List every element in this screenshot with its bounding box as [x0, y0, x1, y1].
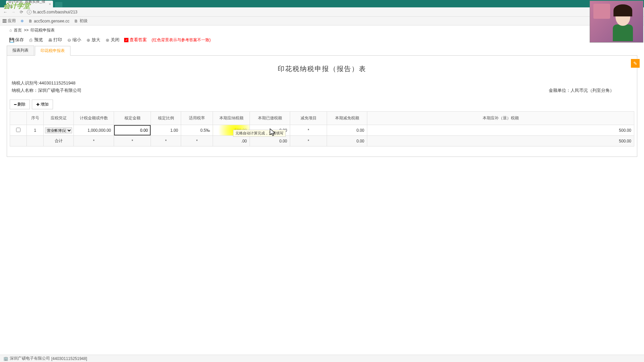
total-paid: 0.00: [250, 136, 290, 146]
cell-tax-basis[interactable]: 1,000,000.00: [74, 125, 114, 136]
back-button[interactable]: ←: [3, 9, 8, 15]
cell-deduction[interactable]: *: [290, 125, 327, 136]
page-icon: 🗎: [74, 19, 78, 23]
taxpayer-id-label: 纳税人识别号:: [12, 80, 39, 85]
taxpayer-name-row: 纳税人名称：深圳广硕电子有限公司: [12, 87, 82, 94]
total-rate: *: [181, 136, 213, 146]
breadcrumb-current: 印花税申报表: [31, 27, 55, 33]
cell-assessed-amt[interactable]: [114, 125, 151, 136]
tab-stamp-tax-form[interactable]: 印花税申报表: [35, 46, 70, 56]
info-icon[interactable]: i: [27, 10, 32, 14]
apps-button[interactable]: 应用: [3, 18, 16, 24]
browser-tab[interactable]: 会计学堂_真账实操_报税 ×: [6, 1, 53, 7]
url-text: fx.acc5.com/baoshui/213: [33, 10, 77, 14]
table-header-row: 序号 应税凭证 计税金额或件数 核定金额 核定比例 适用税率 本期应纳税额 本期…: [10, 112, 634, 125]
cell-deducted[interactable]: 0.00: [327, 125, 367, 136]
minus-icon: ⊖: [67, 38, 71, 42]
zoom-out-button[interactable]: ⊖缩小: [67, 37, 81, 43]
col-assessed-amt: 核定金额: [114, 112, 151, 125]
row-checkbox-cell[interactable]: [10, 125, 27, 136]
col-voucher: 应税凭证: [44, 112, 74, 125]
col-due: 本期应补（退）税额: [367, 112, 634, 125]
tax-table: 序号 应税凭证 计税金额或件数 核定金额 核定比例 适用税率 本期应纳税额 本期…: [10, 111, 634, 146]
check-answer-toggle[interactable]: ✓ 查看答案: [124, 37, 147, 43]
total-tax-basis: *: [74, 136, 114, 146]
webcam-overlay: [590, 1, 643, 43]
total-payable: .00: [213, 136, 250, 146]
cell-assessed-ratio[interactable]: 1.00: [151, 125, 181, 136]
form-title: 印花税纳税申报（报告）表: [10, 64, 634, 73]
preview-button[interactable]: ⎙预览: [29, 37, 43, 43]
apps-icon: [3, 19, 6, 23]
table-row: 1 营业帐簿(记 ▼ 1,000,000.00 1.00 0.5‰ 500.00…: [10, 125, 634, 136]
toolbar: 💾保存 ⎙预览 🖶打印 ⊖缩小 ⊕放大 ⊗关闭 ✓ 查看答案 (红色背景表示与参…: [7, 35, 637, 45]
page-tabs: 报表列表 印花税申报表: [7, 46, 637, 56]
col-assessed-ratio: 核定比例: [151, 112, 181, 125]
plus-icon: ✚: [36, 102, 40, 107]
save-button[interactable]: 💾保存: [9, 37, 24, 43]
total-assessed-ratio: *: [151, 136, 181, 146]
breadcrumb: ⌂ 首页 >> 印花税申报表: [7, 25, 637, 35]
col-checkbox: [10, 112, 27, 125]
new-tab-button[interactable]: [55, 2, 62, 7]
form-content: ✎ 印花税纳税申报（报告）表 纳税人识别号:440301115251948 纳税…: [7, 56, 637, 157]
bookmark-gensee[interactable]: 🗎 acc5com.gensee.cc: [29, 19, 69, 23]
checkbox-icon: ✓: [124, 38, 128, 42]
close-icon: ⊗: [105, 38, 110, 42]
url-field[interactable]: i fx.acc5.com/baoshui/213: [27, 10, 77, 14]
taxpayer-id-row: 纳税人识别号:440301115251948: [12, 80, 634, 86]
col-payable: 本期应纳税额: [213, 112, 250, 125]
delete-row-button[interactable]: ━删除: [10, 100, 30, 109]
plus-icon: ⊕: [86, 38, 91, 42]
col-paid: 本期已缴税额: [250, 112, 290, 125]
browser-tabstrip: 会计学堂_真账实操_报税 ×: [0, 0, 644, 7]
total-deducted: 0.00: [327, 136, 367, 146]
row-checkbox[interactable]: [16, 128, 20, 132]
col-tax-basis: 计税金额或件数: [74, 112, 114, 125]
save-icon: 💾: [9, 38, 14, 42]
page-icon: 🗎: [29, 19, 33, 23]
hint-text: (红色背景表示与参考答案不一致): [152, 37, 211, 43]
assessed-amt-input[interactable]: [114, 125, 151, 135]
add-row-button[interactable]: ✚增加: [32, 100, 53, 109]
bookmark-bar: 应用 ❄ 🗎 acc5com.gensee.cc 🗎 初级: [0, 17, 644, 25]
breadcrumb-home[interactable]: 首页: [14, 27, 22, 33]
currency-unit: 金额单位：人民币元（列至分角）: [549, 87, 614, 94]
preview-icon: ⎙: [29, 38, 33, 42]
tab-report-list[interactable]: 报表列表: [7, 46, 34, 55]
cell-seq: 1: [27, 125, 44, 136]
col-deduction: 减免项目: [290, 112, 327, 125]
tooltip: 元格自动计算完成，无需填写: [233, 130, 286, 137]
close-button[interactable]: ⊗关闭: [105, 37, 119, 43]
col-rate: 适用税率: [181, 112, 213, 125]
total-due: 500.00: [367, 136, 634, 146]
col-deducted: 本期减免税额: [327, 112, 367, 125]
zoom-in-button[interactable]: ⊕放大: [86, 37, 100, 43]
tab-title: 会计学堂_真账实操_报税: [8, 0, 49, 9]
url-bar: ← → ⟳ i fx.acc5.com/baoshui/213: [0, 7, 644, 17]
edit-tag-button[interactable]: ✎: [631, 59, 640, 68]
print-icon: 🖶: [48, 38, 52, 42]
taxpayer-id-value: 440301115251948: [39, 80, 75, 85]
breadcrumb-sep: >>: [24, 28, 29, 33]
cell-rate[interactable]: 0.5‰: [181, 125, 213, 136]
table-total-row: 合计 * * * * .00 0.00 * 0.00 500.00: [10, 136, 634, 146]
forward-button[interactable]: →: [11, 9, 16, 15]
cell-voucher[interactable]: 营业帐簿(记 ▼: [44, 125, 74, 136]
bookmark-chuji[interactable]: 🗎 初级: [74, 18, 88, 24]
voucher-select[interactable]: 营业帐簿(记 ▼: [45, 127, 72, 133]
reload-button[interactable]: ⟳: [19, 9, 24, 15]
total-deduction: *: [290, 136, 327, 146]
cell-due[interactable]: 500.00: [367, 125, 634, 136]
minus-icon: ━: [14, 102, 16, 107]
total-label: 合计: [44, 136, 74, 146]
close-icon[interactable]: ×: [49, 2, 51, 6]
bookmark-icon-1[interactable]: ❄: [20, 19, 24, 23]
home-icon[interactable]: ⌂: [9, 28, 12, 33]
col-seq: 序号: [27, 112, 44, 125]
cell-payable[interactable]: 500.00 元格自动计算完成，无需填写: [213, 125, 250, 136]
total-assessed-amt: *: [114, 136, 151, 146]
print-button[interactable]: 🖶打印: [48, 37, 62, 43]
